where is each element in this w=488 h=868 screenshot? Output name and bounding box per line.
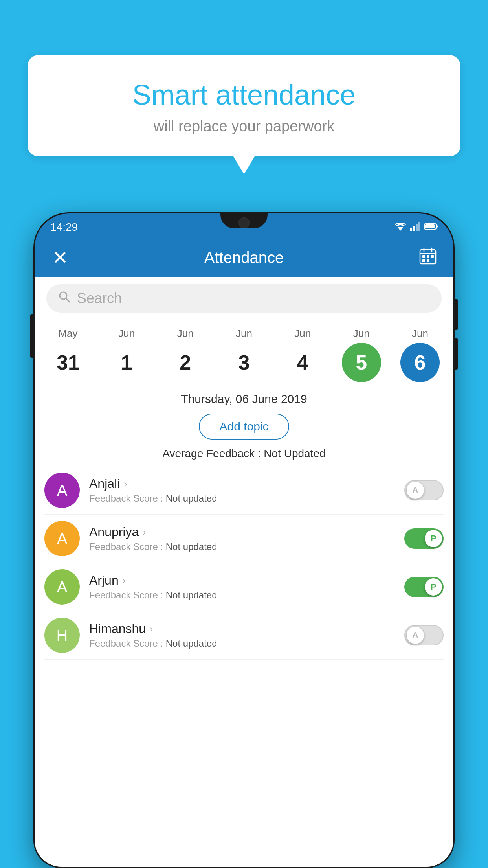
search-placeholder: Search	[77, 290, 122, 307]
volume-down-button	[454, 338, 458, 370]
student-name: Anjali ›	[89, 476, 400, 491]
svg-rect-12	[422, 255, 425, 258]
svg-rect-7	[425, 224, 435, 228]
speech-bubble-container: Smart attendance will replace your paper…	[28, 55, 460, 156]
svg-rect-6	[436, 225, 438, 228]
student-item[interactable]: AAnupriya ›Feedback Score : Not updatedP	[44, 515, 444, 563]
search-icon	[58, 291, 71, 306]
chevron-icon: ›	[143, 527, 146, 538]
calendar-date-item[interactable]: Jun6	[394, 327, 446, 382]
add-topic-button[interactable]: Add topic	[199, 414, 289, 440]
date-month-label: Jun	[118, 327, 135, 340]
toggle-container[interactable]: P	[404, 528, 444, 549]
svg-rect-1	[410, 228, 412, 231]
toggle-container[interactable]: A	[404, 625, 444, 645]
speech-bubble: Smart attendance will replace your paper…	[28, 55, 460, 156]
status-time: 14:29	[50, 221, 78, 234]
power-button	[30, 314, 34, 358]
date-day-number: 6	[400, 343, 440, 382]
student-item[interactable]: HHimanshu ›Feedback Score : Not updatedA	[44, 611, 444, 660]
feedback-info: Average Feedback : Not Updated	[35, 443, 453, 466]
svg-rect-15	[422, 259, 425, 262]
feedback-value: Not Updated	[264, 447, 325, 460]
chevron-icon: ›	[124, 478, 127, 489]
date-day-number: 1	[107, 343, 146, 382]
phone-frame: 14:29	[33, 212, 455, 868]
phone-screen: Search May31Jun1Jun2Jun3Jun4Jun5Jun6 Thu…	[35, 277, 453, 867]
status-icons	[394, 222, 438, 232]
date-month-label: Jun	[353, 327, 370, 340]
student-feedback: Feedback Score : Not updated	[89, 638, 400, 649]
svg-rect-3	[416, 224, 418, 231]
volume-up-button	[454, 299, 458, 330]
chevron-icon: ›	[123, 575, 126, 586]
calendar-date-item[interactable]: Jun5	[336, 327, 387, 382]
student-item[interactable]: AAnjali ›Feedback Score : Not updatedA	[44, 466, 444, 515]
app-header: ✕ Attendance	[35, 238, 453, 277]
student-avatar: A	[44, 521, 80, 556]
attendance-toggle[interactable]: P	[404, 577, 444, 597]
search-container: Search	[35, 277, 453, 320]
front-camera	[238, 217, 250, 228]
svg-rect-2	[413, 226, 415, 231]
attendance-toggle[interactable]: P	[404, 528, 444, 549]
calendar-date-item[interactable]: Jun1	[101, 327, 152, 382]
student-name: Arjun ›	[89, 573, 400, 588]
calendar-date-item[interactable]: Jun3	[218, 327, 270, 382]
student-feedback: Feedback Score : Not updated	[89, 493, 400, 504]
toggle-knob: P	[425, 530, 442, 547]
svg-rect-16	[427, 259, 429, 262]
toggle-knob: A	[407, 482, 424, 499]
signal-icon	[410, 222, 420, 232]
battery-icon	[424, 223, 438, 232]
selected-date-label: Thursday, 06 June 2019	[35, 386, 453, 410]
student-item[interactable]: AArjun ›Feedback Score : Not updatedP	[44, 563, 444, 611]
calendar-date-item[interactable]: Jun2	[160, 327, 211, 382]
calendar-row: May31Jun1Jun2Jun3Jun4Jun5Jun6	[35, 320, 453, 386]
student-feedback: Feedback Score : Not updated	[89, 541, 400, 552]
phone-screen-inner: 14:29	[35, 213, 453, 867]
calendar-button[interactable]	[416, 247, 440, 268]
svg-rect-13	[427, 255, 429, 258]
student-info: Arjun ›Feedback Score : Not updated	[89, 573, 400, 601]
toggle-knob: A	[407, 627, 424, 644]
phone-notch	[220, 213, 268, 228]
toggle-knob: P	[425, 578, 442, 596]
close-button[interactable]: ✕	[48, 246, 72, 268]
svg-line-18	[66, 298, 70, 302]
student-feedback: Feedback Score : Not updated	[89, 590, 400, 601]
bubble-title: Smart attendance	[47, 79, 441, 111]
date-month-label: May	[58, 327, 77, 340]
calendar-date-item[interactable]: May31	[42, 327, 94, 382]
student-name: Anupriya ›	[89, 525, 400, 539]
student-avatar: H	[44, 618, 80, 653]
search-bar[interactable]: Search	[46, 284, 442, 313]
student-list: AAnjali ›Feedback Score : Not updatedAAA…	[35, 466, 453, 660]
date-day-number: 4	[283, 343, 322, 382]
date-month-label: Jun	[412, 327, 428, 340]
student-avatar: A	[44, 569, 80, 605]
svg-rect-4	[418, 222, 420, 231]
feedback-label: Average Feedback :	[162, 447, 261, 460]
date-day-number: 31	[48, 343, 88, 382]
bubble-subtitle: will replace your paperwork	[47, 118, 441, 135]
date-month-label: Jun	[177, 327, 194, 340]
date-day-number: 5	[342, 343, 381, 382]
date-day-number: 2	[166, 343, 205, 382]
attendance-toggle[interactable]: A	[404, 625, 444, 645]
student-info: Anjali ›Feedback Score : Not updated	[89, 476, 400, 504]
student-info: Anupriya ›Feedback Score : Not updated	[89, 525, 400, 552]
attendance-toggle[interactable]: A	[404, 480, 444, 500]
chevron-icon: ›	[150, 623, 153, 634]
student-avatar: A	[44, 473, 80, 508]
date-day-number: 3	[224, 343, 264, 382]
student-name: Himanshu ›	[89, 622, 400, 636]
date-month-label: Jun	[294, 327, 311, 340]
toggle-container[interactable]: A	[404, 480, 444, 500]
calendar-date-item[interactable]: Jun4	[277, 327, 328, 382]
svg-rect-14	[431, 255, 434, 258]
toggle-container[interactable]: P	[404, 577, 444, 597]
header-title: Attendance	[72, 249, 416, 267]
wifi-icon	[394, 222, 406, 232]
date-month-label: Jun	[236, 327, 252, 340]
